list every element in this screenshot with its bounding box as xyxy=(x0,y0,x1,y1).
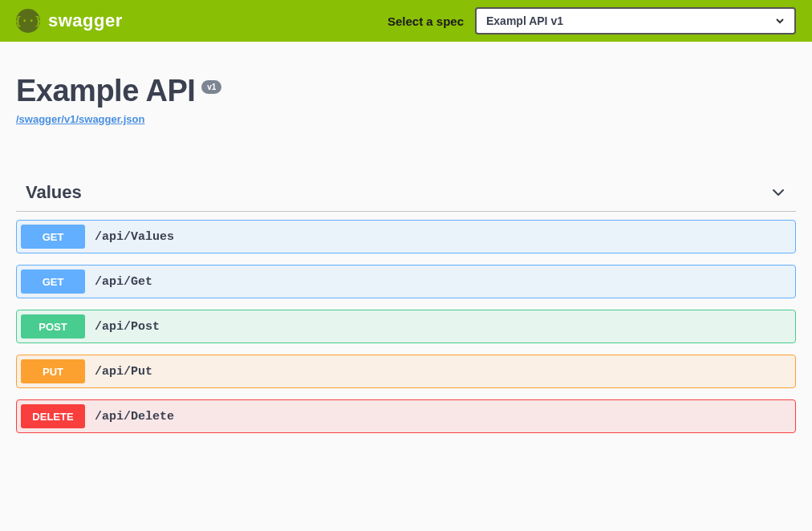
operation-path: /api/Post xyxy=(95,320,160,334)
main-content: Example API v1 /swagger/v1/swagger.json … xyxy=(0,42,812,460)
method-badge-get: GET xyxy=(21,225,85,249)
method-badge-delete: DELETE xyxy=(21,404,85,428)
tag-section-values: Values GET/api/ValuesGET/api/GetPOST/api… xyxy=(16,174,796,433)
operation-row[interactable]: PUT/api/Put xyxy=(16,355,796,388)
topbar-brand[interactable]: {··} swagger xyxy=(16,9,123,33)
spec-json-link[interactable]: /swagger/v1/swagger.json xyxy=(16,113,144,125)
api-title: Example API xyxy=(16,74,195,108)
tag-name: Values xyxy=(26,182,82,203)
version-badge: v1 xyxy=(201,80,221,94)
operation-path: /api/Delete xyxy=(95,410,174,424)
operation-row[interactable]: POST/api/Post xyxy=(16,310,796,343)
operation-row[interactable]: DELETE/api/Delete xyxy=(16,399,796,433)
method-badge-put: PUT xyxy=(21,359,85,383)
swagger-logo-text: swagger xyxy=(48,10,123,31)
topbar: {··} swagger Select a spec Exampl API v1 xyxy=(0,0,812,42)
method-badge-post: POST xyxy=(21,314,85,338)
spec-selector-group: Select a spec Exampl API v1 xyxy=(388,7,796,34)
spec-select[interactable]: Exampl API v1 xyxy=(475,7,796,34)
tag-header[interactable]: Values xyxy=(16,174,796,212)
chevron-down-icon xyxy=(770,184,786,201)
operation-path: /api/Values xyxy=(95,230,174,244)
spec-select-label: Select a spec xyxy=(388,14,464,28)
operations-list: GET/api/ValuesGET/api/GetPOST/api/PostPU… xyxy=(16,220,796,433)
operation-row[interactable]: GET/api/Values xyxy=(16,220,796,253)
operation-row[interactable]: GET/api/Get xyxy=(16,265,796,298)
operation-path: /api/Get xyxy=(95,275,152,289)
method-badge-get: GET xyxy=(21,270,85,294)
swagger-logo-icon: {··} xyxy=(16,9,40,33)
operation-path: /api/Put xyxy=(95,365,152,379)
